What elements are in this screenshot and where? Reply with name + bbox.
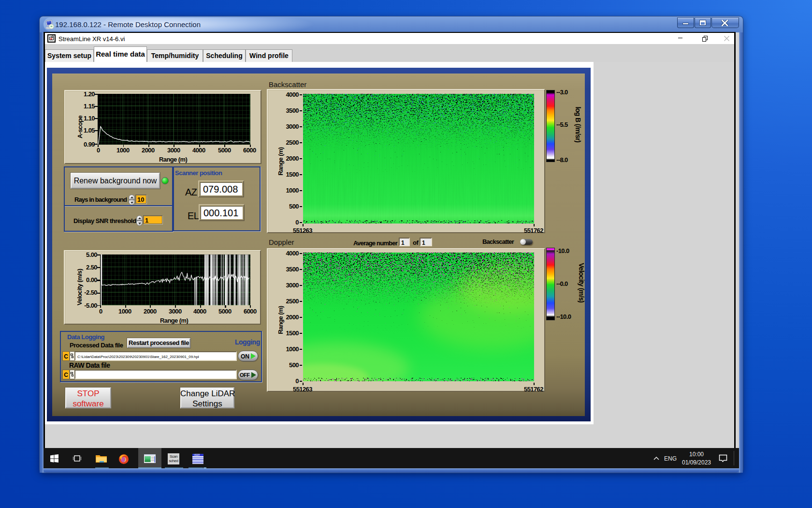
svg-text:VEER: VEER (194, 454, 200, 456)
